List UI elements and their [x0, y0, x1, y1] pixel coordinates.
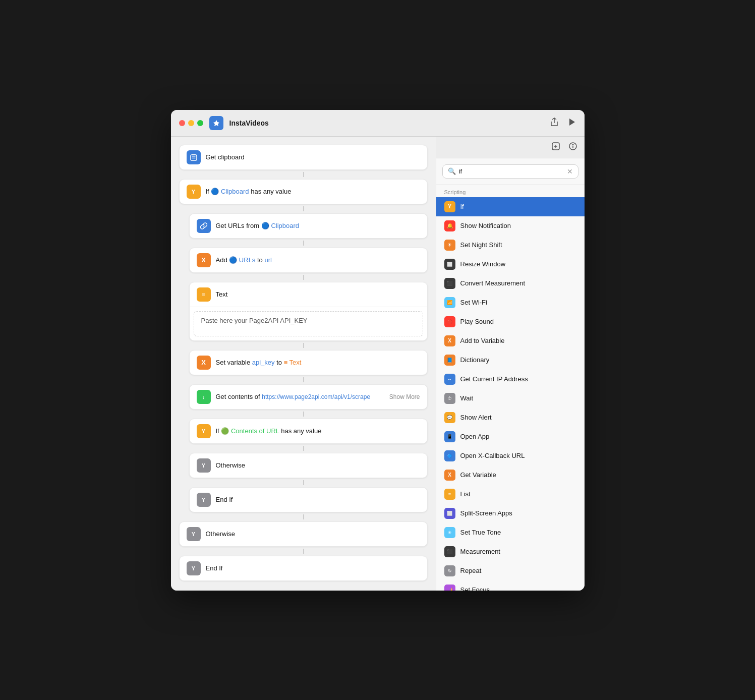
resize-window-label: Resize Window	[460, 260, 506, 268]
if-clipboard-block[interactable]: Y If 🔵 Clipboard has any value	[179, 179, 428, 204]
set-wifi-icon: 📶	[444, 297, 455, 308]
section-label: Scripting	[436, 185, 585, 197]
text-block-header: ≡ Text	[190, 282, 427, 307]
if-clipboard-icon: Y	[187, 185, 201, 199]
main-window: InstaVideos	[171, 110, 585, 591]
get-urls-label: Get URLs from 🔵 Clipboard	[216, 222, 300, 229]
play-sound-label: Play Sound	[460, 318, 494, 325]
get-clipboard-icon	[187, 150, 201, 164]
resize-window-icon: ⬜	[444, 259, 455, 270]
search-input[interactable]	[459, 167, 564, 175]
sidebar-item-get-current-ip[interactable]: ↔ Get Current IP Address	[436, 370, 585, 389]
get-clipboard-block[interactable]: Get clipboard	[179, 145, 428, 170]
text-body[interactable]: Paste here your Page2API API_KEY	[194, 311, 423, 336]
add-action-button[interactable]	[550, 141, 561, 154]
otherwise-2-block[interactable]: Y Otherwise	[179, 521, 428, 547]
sidebar-item-list[interactable]: ≡ List	[436, 485, 585, 504]
measurement-icon: ⬛	[444, 546, 455, 557]
sidebar-item-show-alert[interactable]: 💬 Show Alert	[436, 408, 585, 427]
if-url-icon: Y	[197, 424, 211, 438]
set-true-tone-label: Set True Tone	[460, 529, 501, 536]
if-url-label: If 🟢 Contents of URL has any value	[216, 427, 322, 435]
end-if-1-icon: Y	[197, 493, 211, 507]
wait-label: Wait	[460, 394, 474, 402]
connector-9	[179, 480, 428, 485]
sidebar-item-split-screen[interactable]: ⬜ Split-Screen Apps	[436, 504, 585, 523]
dictionary-icon: 📘	[444, 355, 455, 366]
get-clipboard-label: Get clipboard	[206, 153, 245, 161]
end-if-2-label: End If	[206, 564, 223, 572]
text-icon: ≡	[197, 287, 211, 302]
sidebar-item-open-app[interactable]: 📱 Open App	[436, 427, 585, 446]
set-night-shift-label: Set Night Shift	[460, 241, 502, 249]
show-alert-label: Show Alert	[460, 414, 492, 421]
titlebar: InstaVideos	[171, 110, 585, 137]
list-icon: ≡	[444, 489, 455, 500]
close-button[interactable]	[179, 120, 185, 126]
share-button[interactable]	[549, 116, 559, 130]
sidebar-item-resize-window[interactable]: ⬜ Resize Window	[436, 255, 585, 274]
sidebar-item-get-variable[interactable]: X Get Variable	[436, 465, 585, 485]
sidebar-item-set-true-tone[interactable]: ✳ Set True Tone	[436, 523, 585, 542]
add-urls-icon: X	[197, 253, 211, 267]
connector-4	[179, 275, 428, 280]
set-wifi-label: Set Wi-Fi	[460, 299, 487, 306]
connector-7	[179, 412, 428, 417]
minimize-button[interactable]	[188, 120, 194, 126]
otherwise-1-block[interactable]: Y Otherwise	[189, 453, 428, 478]
convert-measurement-label: Convert Measurement	[460, 279, 526, 287]
add-urls-label: Add 🔵 URLs to url	[216, 256, 272, 264]
sidebar-item-measurement[interactable]: ⬛ Measurement	[436, 542, 585, 561]
otherwise-1-icon: Y	[197, 458, 211, 473]
search-clear-button[interactable]: ✕	[567, 167, 573, 176]
sidebar-item-convert-measurement[interactable]: ⬛ Convert Measurement	[436, 274, 585, 293]
text-block[interactable]: ≡ Text Paste here your Page2API API_KEY	[189, 282, 428, 341]
workflow-panel: Get clipboard Y If 🔵 Clipboard has any v…	[171, 137, 436, 591]
end-if-2-icon: Y	[187, 561, 201, 575]
show-more-label[interactable]: Show More	[389, 393, 420, 400]
connector-3	[179, 241, 428, 246]
show-alert-icon: 💬	[444, 412, 455, 423]
open-xcallback-label: Open X-Callback URL	[460, 452, 525, 459]
show-notification-label: Show Notification	[460, 222, 511, 229]
connector-1	[179, 172, 428, 177]
set-focus-icon: 🌙	[444, 585, 455, 591]
repeat-icon: ↻	[444, 565, 455, 576]
play-button[interactable]	[567, 117, 576, 129]
play-sound-icon: 🔴	[444, 316, 455, 327]
sidebar-item-set-focus[interactable]: 🌙 Set Focus	[436, 580, 585, 591]
end-if-1-block[interactable]: Y End If	[189, 487, 428, 512]
get-variable-label: Get Variable	[460, 471, 496, 479]
sidebar-item-repeat[interactable]: ↻ Repeat	[436, 561, 585, 580]
sidebar-item-set-wifi[interactable]: 📶 Set Wi-Fi	[436, 293, 585, 312]
add-urls-block[interactable]: X Add 🔵 URLs to url	[189, 248, 428, 273]
maximize-button[interactable]	[197, 120, 203, 126]
open-app-label: Open App	[460, 433, 490, 440]
traffic-lights	[179, 120, 203, 126]
sidebar: 🔍 ✕ Scripting Y If 🔔 Show Notification	[436, 137, 585, 591]
sidebar-item-set-night-shift[interactable]: ☀ Set Night Shift	[436, 236, 585, 255]
open-xcallback-icon: 🔷	[444, 450, 455, 461]
show-notification-icon: 🔔	[444, 220, 455, 231]
sidebar-item-if[interactable]: Y If	[436, 197, 585, 216]
if-clipboard-label: If 🔵 Clipboard has any value	[206, 188, 292, 195]
sidebar-item-play-sound[interactable]: 🔴 Play Sound	[436, 312, 585, 331]
get-urls-icon	[197, 219, 211, 233]
get-current-ip-icon: ↔	[444, 374, 455, 385]
get-contents-block[interactable]: ↓ Get contents of https://www.page2api.c…	[189, 384, 428, 410]
end-if-2-block[interactable]: Y End If	[179, 556, 428, 581]
sidebar-item-wait[interactable]: ⏱ Wait	[436, 389, 585, 408]
dictionary-label: Dictionary	[460, 356, 490, 364]
if-url-block[interactable]: Y If 🟢 Contents of URL has any value	[189, 419, 428, 444]
convert-measurement-icon: ⬛	[444, 278, 455, 289]
sidebar-item-open-xcallback[interactable]: 🔷 Open X-Callback URL	[436, 446, 585, 465]
sidebar-item-dictionary[interactable]: 📘 Dictionary	[436, 351, 585, 370]
set-variable-block[interactable]: X Set variable api_key to ≡ Text	[189, 350, 428, 375]
add-to-variable-icon: X	[444, 335, 455, 346]
info-button[interactable]	[567, 141, 578, 154]
sidebar-item-show-notification[interactable]: 🔔 Show Notification	[436, 216, 585, 236]
open-app-icon: 📱	[444, 431, 455, 442]
sidebar-item-add-to-variable[interactable]: X Add to Variable	[436, 331, 585, 351]
get-urls-block[interactable]: Get URLs from 🔵 Clipboard	[189, 213, 428, 239]
get-current-ip-label: Get Current IP Address	[460, 375, 528, 383]
